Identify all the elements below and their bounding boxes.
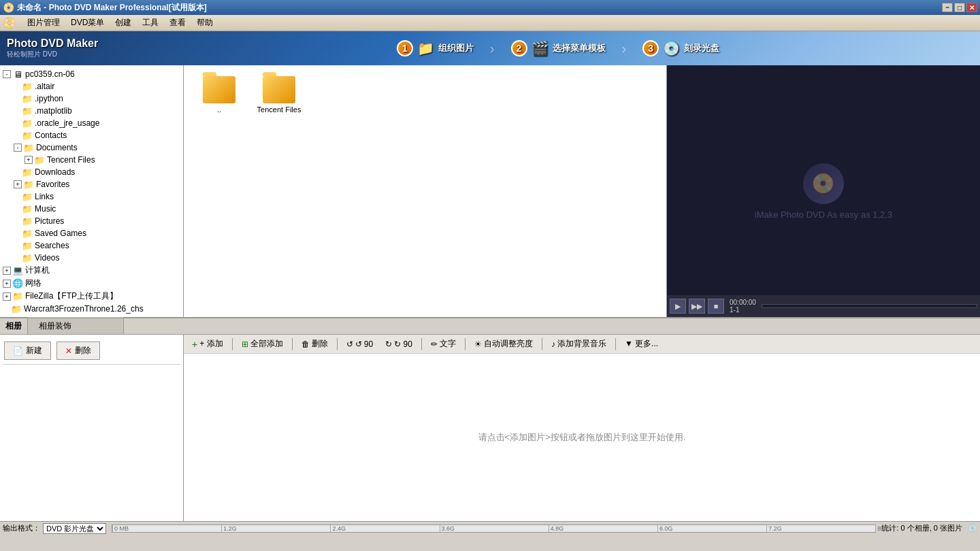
expand-btn-computer[interactable]: + (3, 267, 11, 275)
menu-item-帮助[interactable]: 帮助 (191, 16, 218, 29)
tree-item-links[interactable]: 📁Links (0, 190, 183, 203)
step-icon-2: 🎬 (532, 40, 549, 56)
progress-tick-0: 0 MB (112, 525, 129, 532)
add-photos-button[interactable]: + + 添加 (186, 337, 229, 351)
add-music-button[interactable]: ♪ 添加背景音乐 (546, 337, 612, 351)
progress-tick-4: 4.8G (549, 525, 564, 532)
tree-item-ipython[interactable]: 📁.ipython (0, 93, 183, 105)
tree-item-searches[interactable]: 📁Searches (0, 239, 183, 252)
step-separator-0: › (490, 41, 495, 56)
tree-label-matplotlib: .matplotlib (35, 106, 72, 116)
minimize-button[interactable]: － (942, 3, 953, 12)
expand-btn-documents[interactable]: - (14, 144, 22, 152)
file-item-1[interactable]: Tencent Files (252, 73, 306, 116)
file-icon-0 (203, 76, 235, 103)
tree-item-tencent[interactable]: +📁Tencent Files (0, 154, 183, 166)
expand-btn-favorites[interactable]: + (14, 180, 22, 188)
tree-item-matplotlib[interactable]: 📁.matplotlib (0, 105, 183, 117)
tree-item-waiting[interactable]: +📁等待上传 (0, 315, 183, 317)
separator1 (232, 338, 233, 350)
tree-label-documents: Documents (36, 143, 78, 152)
photo-drop-area: 请点击<添加图片>按钮或者拖放图片到这里开始使用. (184, 354, 980, 521)
expand-btn-pc0359[interactable]: - (3, 70, 11, 78)
file-browser-panel[interactable]: ..Tencent Files (184, 65, 667, 317)
progress-tick-5: 6.0G (657, 525, 673, 532)
progress-tick-3: 3.6G (440, 525, 455, 532)
menu-item-查看[interactable]: 查看 (164, 16, 191, 29)
time-display: 00:00:001-1 (730, 299, 756, 314)
expand-btn-network[interactable]: + (3, 280, 11, 288)
tree-item-videos[interactable]: 📁Videos (0, 252, 183, 264)
separator3 (337, 338, 338, 350)
maximize-button[interactable]: □ (954, 3, 965, 12)
titlebar-controls[interactable]: － □ ✕ (942, 3, 977, 12)
delete-photos-button[interactable]: 🗑 删除 (296, 337, 333, 351)
step-3[interactable]: 3💿刻录光盘 (629, 37, 733, 59)
format-select[interactable]: DVD 影片光盘 (43, 523, 106, 534)
menu-item-工具[interactable]: 工具 (137, 16, 164, 29)
tree-label-searches: Searches (35, 241, 69, 250)
tree-item-computer[interactable]: +💻计算机 (0, 264, 183, 277)
tree-item-downloads[interactable]: 📁Downloads (0, 166, 183, 178)
tree-label-pictures: Pictures (35, 216, 64, 226)
separator5 (465, 338, 466, 350)
toolbar: Photo DVD Maker 轻松制照片 DVD 1📁组织图片›2🎬选择菜单模… (0, 31, 980, 65)
tree-label-links: Links (35, 192, 54, 201)
separator2 (292, 338, 293, 350)
file-label-0: .. (217, 105, 221, 114)
more-button[interactable]: ▼ 更多... (619, 337, 664, 351)
file-tree-panel[interactable]: -🖥pc0359.cn-06📁.altair📁.ipython📁.matplot… (0, 65, 184, 317)
tree-item-pc0359[interactable]: -🖥pc0359.cn-06 (0, 68, 183, 80)
tree-item-warcraft[interactable]: 📁Warcraft3FrozenThrone1.26_chs (0, 303, 183, 315)
tree-label-videos: Videos (35, 253, 59, 263)
tree-item-altair[interactable]: 📁.altair (0, 80, 183, 93)
rotate-right-button[interactable]: ↻ ↻ 90 (380, 338, 418, 350)
tree-item-contacts[interactable]: 📁Contacts (0, 129, 183, 141)
step-2[interactable]: 2🎬选择菜单模板 (497, 37, 619, 59)
album-tab-2[interactable]: 相册装饰 (27, 318, 124, 334)
add-all-button[interactable]: ⊞ 全部添加 (236, 337, 289, 351)
pause-button[interactable]: ▶▶ (689, 299, 705, 314)
auto-adjust-button[interactable]: ☀ 自动调整亮度 (469, 337, 538, 351)
bottom-content: 📄 新建 ✕ 删除 + + 添加 ⊞ 全部添加 (0, 335, 980, 521)
text-icon: ✏ (431, 339, 438, 349)
tree-icon-matplotlib: 📁 (22, 105, 33, 116)
expand-btn-tencent[interactable]: + (24, 156, 33, 164)
menu-item-DVD菜单[interactable]: DVD菜单 (65, 16, 110, 29)
menu-item-图片管理[interactable]: 图片管理 (22, 16, 65, 29)
tree-item-filezilla[interactable]: +📁FileZilla【FTP上传工具】 (0, 290, 183, 303)
menu-item-创建[interactable]: 创建 (110, 16, 137, 29)
tree-item-oracle[interactable]: 📁.oracle_jre_usage (0, 117, 183, 129)
close-button[interactable]: ✕ (966, 3, 977, 12)
step-label-1: 组织图片 (438, 42, 474, 54)
text-button[interactable]: ✏ 文字 (425, 337, 461, 351)
file-item-0[interactable]: .. (192, 73, 246, 116)
tree-label-warcraft: Warcraft3FrozenThrone1.26_chs (24, 304, 144, 314)
stop-button[interactable]: ■ (708, 299, 724, 314)
tree-item-network[interactable]: +🌐网络 (0, 277, 183, 290)
tree-icon-downloads: 📁 (22, 167, 33, 178)
tree-icon-searches: 📁 (22, 240, 33, 251)
seek-bar[interactable] (762, 304, 977, 308)
rotate-left-button[interactable]: ↺ ↺ 90 (341, 338, 379, 350)
new-album-button[interactable]: 📄 新建 (4, 341, 51, 360)
tree-item-savedgames[interactable]: 📁Saved Games (0, 227, 183, 239)
tree-item-favorites[interactable]: +📁Favorites (0, 178, 183, 190)
add-icon: + (192, 339, 197, 350)
brightness-icon: ☀ (474, 339, 482, 349)
logo-sub: 轻松制照片 DVD (7, 50, 136, 59)
tree-icon-documents: 📁 (23, 142, 34, 153)
play-button[interactable]: ▶ (670, 299, 686, 314)
menubar: 📀 图片管理DVD菜单创建工具查看帮助 (0, 15, 980, 31)
tree-item-pictures[interactable]: 📁Pictures (0, 215, 183, 227)
tree-item-music[interactable]: 📁Music (0, 203, 183, 215)
expand-btn-filezilla[interactable]: + (3, 293, 11, 301)
drop-hint-text: 请点击<添加图片>按钮或者拖放图片到这里开始使用. (478, 431, 686, 444)
step-1[interactable]: 1📁组织图片 (383, 37, 487, 59)
main-area: -🖥pc0359.cn-06📁.altair📁.ipython📁.matplot… (0, 65, 980, 317)
tree-item-documents[interactable]: -📁Documents (0, 141, 183, 154)
rotate-right-icon: ↻ (385, 339, 392, 349)
delete-album-button[interactable]: ✕ 删除 (56, 341, 100, 360)
music-icon: ♪ (551, 339, 555, 349)
preview-logo-icon: 📀 (803, 163, 844, 204)
